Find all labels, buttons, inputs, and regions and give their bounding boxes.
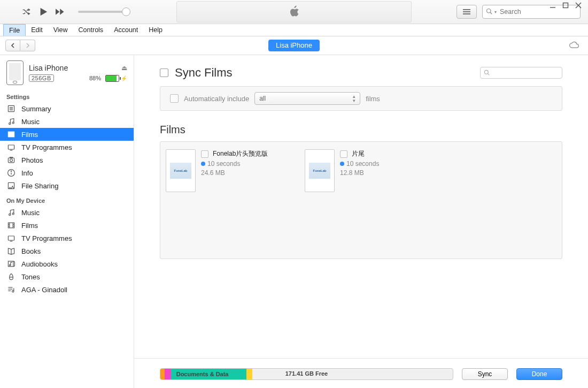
titlebar: ▾: [0, 0, 588, 24]
sidebar-item-label: Audiobooks: [21, 260, 58, 268]
tv-icon: [6, 143, 16, 151]
close-button[interactable]: [575, 2, 583, 10]
svg-line-53: [488, 73, 490, 75]
sidebar-item-label: Info: [21, 169, 33, 177]
tones-icon: [6, 272, 16, 281]
auto-include-dropdown[interactable]: all ▴▾: [254, 92, 360, 105]
film-checkbox[interactable]: [201, 150, 208, 158]
search-icon: [484, 69, 490, 77]
svg-rect-36: [8, 223, 14, 228]
player-controls: [0, 7, 126, 17]
bottom-bar: Documents & Data 171.41 GB Free Sync Don…: [134, 358, 588, 388]
film-thumbnail: FoneLab: [305, 149, 335, 192]
svg-rect-27: [8, 158, 14, 163]
svg-point-34: [9, 214, 11, 215]
sidebar-item-label: Music: [21, 209, 40, 217]
dropdown-caret-icon: ▾: [494, 10, 497, 14]
menu-view[interactable]: View: [48, 24, 73, 36]
window-controls: [550, 2, 583, 10]
books-icon: [6, 247, 16, 255]
svg-point-35: [12, 213, 14, 215]
summary-icon: [6, 104, 16, 113]
nav-forward-button[interactable]: [20, 40, 35, 51]
settings-item-summary[interactable]: Summary: [0, 102, 134, 115]
svg-point-17: [12, 122, 14, 124]
device-item-aga-ginadoll[interactable]: AGA - Ginadoll: [0, 283, 134, 296]
film-checkbox[interactable]: [340, 150, 347, 158]
settings-item-info[interactable]: Info: [0, 166, 134, 179]
dropdown-value: all: [259, 95, 266, 102]
cloud-icon[interactable]: [569, 41, 579, 50]
menu-account[interactable]: Account: [109, 24, 143, 36]
maximize-button[interactable]: [562, 2, 570, 10]
dropdown-arrows-icon: ▴▾: [353, 94, 355, 103]
playlist-icon: [6, 285, 16, 294]
nav-back-button[interactable]: [5, 40, 20, 51]
sidebar-item-label: File Sharing: [21, 182, 58, 190]
sidebar-item-label: Tones: [21, 273, 40, 281]
device-item-music[interactable]: Music: [0, 206, 134, 219]
device-location-pill[interactable]: Lisa iPhone: [268, 40, 320, 51]
sidebar-item-label: TV Programmes: [21, 234, 72, 242]
svg-marker-1: [56, 9, 59, 14]
battery-icon: ⚡: [105, 75, 127, 82]
svg-point-32: [11, 171, 11, 171]
svg-marker-0: [41, 8, 48, 16]
menu-file[interactable]: File: [3, 24, 26, 36]
device-item-audiobooks[interactable]: Audiobooks: [0, 257, 134, 270]
device-item-tv-programmes[interactable]: TV Programmes: [0, 232, 134, 245]
apple-logo-icon: [288, 4, 300, 20]
photos-icon: [6, 156, 16, 164]
filesharing-icon: [6, 181, 16, 190]
svg-rect-18: [8, 132, 14, 137]
capacity-badge: 256GB: [29, 74, 54, 82]
menu-edit[interactable]: Edit: [26, 24, 48, 36]
battery-percent: 88%: [89, 75, 101, 81]
list-view-button[interactable]: [457, 5, 477, 19]
auto-include-checkbox[interactable]: [170, 94, 179, 103]
unwatched-dot-icon: [340, 162, 344, 166]
on-my-device-section-header: On My Device: [0, 192, 134, 206]
settings-item-films[interactable]: Films: [0, 128, 134, 141]
sidebar: Lisa iPhone ⏏ 256GB 88% ⚡ Settings Summa…: [0, 55, 134, 388]
eject-button[interactable]: ⏏: [121, 64, 127, 72]
settings-item-tv-programmes[interactable]: TV Programmes: [0, 141, 134, 154]
phone-icon: [6, 60, 24, 85]
sync-films-title: Sync Films: [175, 66, 233, 80]
storage-free-label: 171.41 GB Free: [160, 370, 453, 377]
sidebar-item-label: Books: [21, 247, 41, 255]
device-name: Lisa iPhone: [29, 64, 68, 72]
device-item-books[interactable]: Books: [0, 245, 134, 257]
device-item-films[interactable]: Films: [0, 219, 134, 232]
unwatched-dot-icon: [201, 162, 205, 166]
film-duration: 10 seconds: [207, 160, 240, 168]
minimize-button[interactable]: [550, 2, 557, 10]
films-icon: [6, 130, 16, 139]
films-search-input[interactable]: [492, 69, 559, 77]
film-card[interactable]: FoneLab片尾10 seconds12.8 MB: [305, 149, 428, 192]
svg-rect-43: [8, 236, 14, 240]
menu-controls[interactable]: Controls: [73, 24, 109, 36]
sync-button[interactable]: Sync: [462, 368, 508, 380]
audiobooks-icon: [6, 260, 16, 268]
menu-help[interactable]: Help: [143, 24, 168, 36]
play-button[interactable]: [38, 7, 48, 17]
film-card[interactable]: FoneLabFonelab片头预览版10 seconds24.6 MB: [166, 149, 289, 192]
svg-point-16: [9, 123, 11, 124]
film-name: 片尾: [352, 149, 365, 158]
done-button[interactable]: Done: [516, 368, 562, 380]
film-thumbnail: FoneLab: [166, 149, 196, 192]
settings-item-file-sharing[interactable]: File Sharing: [0, 179, 134, 192]
volume-slider[interactable]: [78, 11, 126, 13]
search-icon: [486, 8, 492, 16]
films-search-field[interactable]: [480, 67, 562, 79]
content-area: Sync Films Automatically include all ▴▾ …: [134, 55, 588, 388]
device-item-tones[interactable]: Tones: [0, 270, 134, 283]
shuffle-button[interactable]: [21, 7, 31, 17]
auto-include-post-label: films: [366, 95, 380, 103]
settings-item-photos[interactable]: Photos: [0, 154, 134, 166]
settings-item-music[interactable]: Music: [0, 115, 134, 128]
fast-forward-button[interactable]: [56, 7, 65, 17]
sidebar-item-label: Films: [21, 222, 38, 230]
sync-films-checkbox[interactable]: [160, 69, 168, 77]
